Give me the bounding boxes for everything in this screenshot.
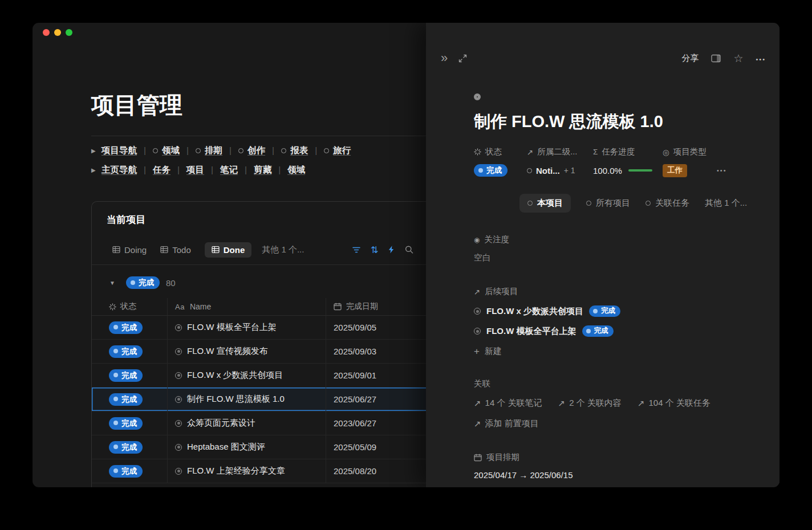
- circle-icon: [586, 201, 591, 206]
- cell-status: 完成: [92, 393, 167, 406]
- nav-link-domains[interactable]: 领域: [287, 164, 305, 176]
- page-circle-icon: [238, 148, 243, 153]
- cell-name[interactable]: Heptabase 图文测评: [167, 435, 326, 459]
- group-collapse-icon[interactable]: [109, 280, 120, 286]
- project-circle-icon: [175, 324, 182, 331]
- attention-property-label[interactable]: 关注度: [474, 234, 762, 245]
- cell-status: 完成: [92, 345, 167, 358]
- schedule-property-label[interactable]: 项目排期: [474, 452, 762, 463]
- attention-empty-value[interactable]: 空白: [474, 252, 762, 263]
- table-view-icon: [160, 246, 168, 254]
- cell-name[interactable]: FLO.W 模板全平台上架: [167, 316, 326, 339]
- text-type-icon: Aa: [175, 303, 185, 311]
- more-options-icon[interactable]: [756, 54, 766, 63]
- side-peek-layout-icon[interactable]: [711, 54, 721, 63]
- cell-name[interactable]: FLO.W 上架经验分享文章: [167, 459, 326, 483]
- nav-link-project-nav[interactable]: 项目导航: [102, 145, 137, 157]
- status-pill: 完成: [109, 369, 143, 382]
- add-predecessor-link[interactable]: 添加 前置项目: [474, 418, 539, 429]
- zoom-window-button[interactable]: [66, 29, 72, 36]
- property-type: 项目类型 工作: [663, 146, 762, 177]
- view-tab-todo[interactable]: Todo: [160, 245, 191, 255]
- tab-more[interactable]: 其他 1 个...: [705, 198, 747, 209]
- followup-projects-label[interactable]: 后续项目: [474, 286, 762, 297]
- property-label-type[interactable]: 项目类型: [663, 146, 762, 157]
- search-icon[interactable]: [405, 246, 413, 254]
- project-circle-icon: [474, 328, 481, 335]
- tab-related-tasks[interactable]: 关联任务: [645, 198, 689, 209]
- more-views-button[interactable]: 其他 1 个...: [262, 244, 304, 255]
- separator: [245, 165, 247, 175]
- property-status: 状态 完成: [474, 146, 527, 177]
- nav-link-report[interactable]: 报表: [281, 145, 308, 157]
- nav-link-domain[interactable]: 领域: [153, 145, 180, 157]
- share-button[interactable]: 分享: [681, 53, 699, 64]
- circle-icon: [645, 201, 651, 206]
- nav-link-tasks[interactable]: 任务: [153, 164, 170, 176]
- nav-link-home-nav[interactable]: 主页导航: [102, 164, 137, 176]
- property-value-status[interactable]: 完成: [474, 164, 527, 177]
- related-tasks-link[interactable]: 104 个 关联任务: [638, 398, 710, 409]
- tab-all-projects[interactable]: 所有项目: [586, 198, 630, 209]
- peek-toolbar-right: 分享: [681, 52, 766, 65]
- sort-icon[interactable]: [371, 244, 378, 255]
- status-spinner-icon: [109, 303, 116, 311]
- nav-link-travel[interactable]: 旅行: [324, 145, 351, 157]
- filter-icon[interactable]: [352, 246, 361, 254]
- separator: [272, 145, 274, 156]
- peek-toolbar: 分享: [426, 50, 779, 66]
- window-controls: [43, 29, 72, 36]
- property-label-status[interactable]: 状态: [474, 146, 527, 157]
- property-label-progress[interactable]: 任务进度: [593, 146, 663, 157]
- toggle-triangle-icon[interactable]: [91, 148, 102, 154]
- cell-name[interactable]: FLO.W 宣传视频发布: [167, 340, 326, 363]
- column-header-name[interactable]: Aa Name: [167, 298, 326, 315]
- schedule-date-range[interactable]: 2025/04/17 → 2025/06/15: [474, 470, 762, 480]
- status-pill: 完成: [109, 321, 143, 334]
- project-page-icon[interactable]: [474, 93, 481, 100]
- nav-link-creation[interactable]: 创作: [238, 145, 265, 157]
- related-notes-link[interactable]: 14 个 关联笔记: [474, 398, 542, 409]
- separator: [177, 165, 180, 175]
- separator: [186, 145, 189, 156]
- peek-body: 制作 FLO.W 思流模板 1.0 状态 完成 所属二级...: [426, 93, 779, 480]
- property-value-type[interactable]: 工作: [663, 164, 762, 177]
- nav-link-clips[interactable]: 剪藏: [254, 164, 271, 176]
- property-label-parent[interactable]: 所属二级...: [527, 146, 593, 157]
- page-circle-icon: [281, 148, 286, 153]
- nav-link-notes[interactable]: 笔记: [220, 164, 238, 176]
- separator: [315, 145, 317, 156]
- tab-this-project[interactable]: 本项目: [519, 194, 571, 213]
- close-window-button[interactable]: [43, 29, 50, 36]
- group-status-pill[interactable]: 完成: [126, 276, 160, 289]
- relation-arrow-icon: [527, 148, 533, 157]
- nav-link-schedule[interactable]: 排期: [196, 145, 222, 157]
- project-circle-icon: [175, 348, 182, 355]
- close-peek-icon[interactable]: [441, 52, 448, 64]
- status-pill: 完成: [109, 441, 143, 454]
- view-tab-done[interactable]: Done: [205, 242, 252, 258]
- cell-name[interactable]: 众筹页面元素设计: [167, 411, 326, 435]
- favorite-star-icon[interactable]: [733, 52, 743, 65]
- automation-lightning-icon[interactable]: [388, 246, 395, 254]
- minimize-window-button[interactable]: [54, 29, 61, 36]
- new-followup-button[interactable]: 新建: [474, 346, 762, 357]
- view-tab-doing[interactable]: Doing: [112, 245, 147, 255]
- type-tag: 工作: [663, 164, 687, 177]
- cell-name[interactable]: FLO.W x 少数派共创项目: [167, 364, 326, 387]
- toggle-triangle-icon[interactable]: [91, 167, 102, 173]
- more-properties-icon[interactable]: [717, 165, 727, 174]
- nav-link-projects[interactable]: 项目: [186, 164, 204, 176]
- followup-item[interactable]: FLO.W 模板全平台上架 完成: [474, 325, 762, 337]
- page-circle-icon: [527, 168, 532, 173]
- attention-icon: [474, 235, 480, 244]
- expand-full-page-icon[interactable]: [458, 54, 467, 63]
- column-header-status[interactable]: 状态: [92, 301, 167, 312]
- property-value-progress[interactable]: 100.0%: [593, 164, 663, 177]
- property-value-parent[interactable]: Noti... + 1: [527, 164, 593, 177]
- followup-item[interactable]: FLO.W x 少数派共创项目 完成: [474, 305, 762, 317]
- related-content-link[interactable]: 2 个 关联内容: [558, 398, 622, 409]
- relation-arrow-icon: [474, 287, 480, 296]
- add-predecessor-row: 添加 前置项目: [474, 418, 762, 429]
- cell-name[interactable]: 制作 FLO.W 思流模板 1.0: [167, 388, 326, 411]
